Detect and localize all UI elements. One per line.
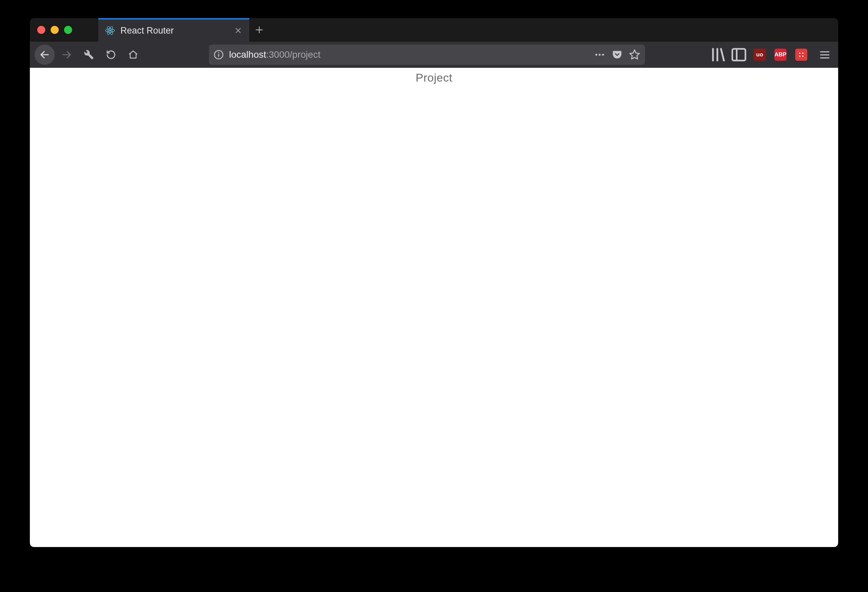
page-actions-icon[interactable] — [594, 49, 605, 61]
svg-marker-16 — [630, 50, 639, 59]
address-bar[interactable]: localhost:3000/project — [209, 44, 645, 65]
browser-tab-active[interactable]: React Router — [98, 18, 249, 41]
toolbar-right: uo ABP — [709, 46, 834, 64]
svg-line-19 — [721, 49, 724, 61]
svg-point-15 — [602, 54, 604, 56]
url-text: localhost:3000/project — [229, 49, 589, 60]
svg-point-13 — [595, 54, 597, 56]
browser-window: React Router localhost:3000/ — [30, 18, 838, 547]
svg-point-24 — [799, 56, 800, 57]
svg-point-25 — [802, 56, 804, 57]
window-zoom-button[interactable] — [64, 26, 72, 34]
library-icon[interactable] — [709, 46, 727, 64]
sidebar-toggle-icon[interactable] — [730, 46, 748, 64]
address-bar-actions — [594, 49, 640, 61]
page-heading: Project — [30, 68, 838, 84]
svg-point-14 — [599, 54, 601, 56]
extension-dice-icon[interactable] — [793, 46, 810, 64]
back-button[interactable] — [34, 44, 55, 65]
bookmark-star-icon[interactable] — [629, 49, 640, 61]
home-button[interactable] — [123, 44, 143, 65]
pocket-icon[interactable] — [611, 49, 623, 61]
url-rest: :3000/project — [266, 49, 320, 60]
svg-point-22 — [799, 52, 800, 54]
svg-point-23 — [802, 52, 804, 54]
page-viewport: Project — [30, 68, 838, 547]
svg-point-12 — [218, 52, 219, 53]
developer-tools-button[interactable] — [79, 44, 99, 65]
tab-title: React Router — [120, 25, 228, 36]
new-tab-button[interactable] — [249, 18, 269, 41]
forward-button[interactable] — [57, 44, 77, 65]
react-icon — [105, 25, 115, 36]
app-menu-button[interactable] — [816, 46, 834, 64]
tab-close-button[interactable] — [233, 25, 243, 36]
reload-button[interactable] — [101, 44, 121, 65]
navigation-toolbar: localhost:3000/project uo — [30, 41, 838, 68]
window-close-button[interactable] — [37, 26, 45, 34]
site-info-icon[interactable] — [214, 50, 224, 60]
svg-rect-20 — [732, 49, 745, 61]
extension-ublock-icon[interactable]: uo — [751, 46, 768, 64]
svg-point-0 — [109, 30, 111, 31]
tab-strip: React Router — [30, 18, 838, 41]
window-minimize-button[interactable] — [51, 26, 59, 34]
extension-abp-icon[interactable]: ABP — [772, 46, 789, 64]
url-host: localhost — [229, 49, 266, 60]
window-controls — [37, 26, 72, 34]
